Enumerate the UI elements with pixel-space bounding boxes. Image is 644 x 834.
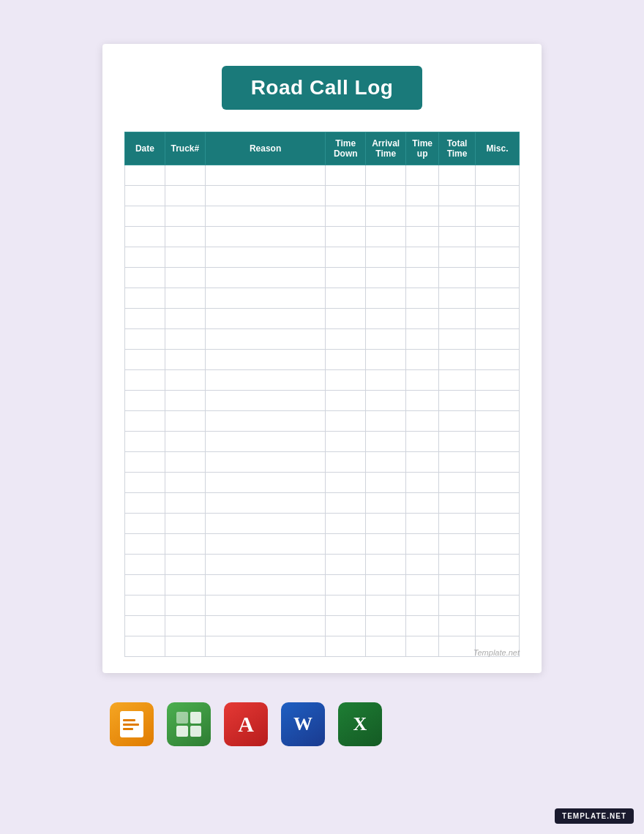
table-cell[interactable] [205, 493, 325, 514]
table-cell[interactable] [205, 186, 325, 206]
table-cell[interactable] [205, 514, 325, 534]
table-cell[interactable] [439, 616, 476, 636]
table-cell[interactable] [165, 452, 205, 473]
table-cell[interactable] [165, 268, 205, 288]
table-cell[interactable] [125, 636, 165, 657]
table-cell[interactable] [439, 432, 476, 452]
table-cell[interactable] [205, 596, 325, 616]
table-cell[interactable] [366, 309, 406, 329]
table-cell[interactable] [326, 452, 366, 473]
table-cell[interactable] [205, 350, 325, 370]
table-cell[interactable] [125, 350, 165, 370]
table-cell[interactable] [326, 596, 366, 616]
table-cell[interactable] [326, 636, 366, 657]
table-cell[interactable] [366, 452, 406, 473]
table-cell[interactable] [165, 329, 205, 350]
table-cell[interactable] [205, 636, 325, 657]
table-cell[interactable] [205, 432, 325, 452]
table-cell[interactable] [406, 616, 439, 636]
table-cell[interactable] [165, 227, 205, 247]
table-cell[interactable] [326, 473, 366, 493]
table-cell[interactable] [326, 186, 366, 206]
table-cell[interactable] [439, 288, 476, 309]
table-cell[interactable] [165, 575, 205, 596]
table-cell[interactable] [165, 473, 205, 493]
table-cell[interactable] [439, 452, 476, 473]
table-cell[interactable] [476, 288, 520, 309]
table-cell[interactable] [439, 391, 476, 411]
table-cell[interactable] [476, 452, 520, 473]
table-cell[interactable] [205, 268, 325, 288]
table-cell[interactable] [406, 288, 439, 309]
table-cell[interactable] [406, 596, 439, 616]
table-cell[interactable] [366, 493, 406, 514]
table-cell[interactable] [125, 616, 165, 636]
table-cell[interactable] [205, 329, 325, 350]
app-icon-word[interactable]: W [281, 702, 325, 746]
table-cell[interactable] [165, 247, 205, 268]
table-cell[interactable] [326, 534, 366, 555]
table-cell[interactable] [476, 534, 520, 555]
table-cell[interactable] [165, 370, 205, 391]
table-cell[interactable] [366, 288, 406, 309]
table-cell[interactable] [125, 452, 165, 473]
table-cell[interactable] [439, 186, 476, 206]
table-cell[interactable] [326, 391, 366, 411]
table-cell[interactable] [476, 165, 520, 186]
table-cell[interactable] [476, 411, 520, 432]
table-cell[interactable] [326, 350, 366, 370]
table-cell[interactable] [366, 473, 406, 493]
table-cell[interactable] [406, 473, 439, 493]
table-cell[interactable] [439, 473, 476, 493]
table-cell[interactable] [205, 555, 325, 575]
table-cell[interactable] [406, 534, 439, 555]
table-cell[interactable] [125, 227, 165, 247]
table-cell[interactable] [366, 329, 406, 350]
table-cell[interactable] [439, 596, 476, 616]
table-cell[interactable] [476, 247, 520, 268]
table-cell[interactable] [125, 186, 165, 206]
table-cell[interactable] [366, 227, 406, 247]
table-cell[interactable] [326, 227, 366, 247]
table-cell[interactable] [439, 636, 476, 657]
table-cell[interactable] [205, 616, 325, 636]
table-cell[interactable] [366, 370, 406, 391]
table-cell[interactable] [439, 165, 476, 186]
table-cell[interactable] [326, 411, 366, 432]
table-cell[interactable] [125, 288, 165, 309]
table-cell[interactable] [165, 411, 205, 432]
table-cell[interactable] [125, 534, 165, 555]
table-cell[interactable] [366, 411, 406, 432]
table-cell[interactable] [476, 514, 520, 534]
table-cell[interactable] [125, 309, 165, 329]
table-cell[interactable] [439, 555, 476, 575]
table-cell[interactable] [406, 432, 439, 452]
table-cell[interactable] [476, 432, 520, 452]
table-cell[interactable] [406, 329, 439, 350]
table-cell[interactable] [406, 493, 439, 514]
table-cell[interactable] [205, 575, 325, 596]
table-cell[interactable] [366, 575, 406, 596]
table-cell[interactable] [165, 432, 205, 452]
table-cell[interactable] [326, 309, 366, 329]
table-cell[interactable] [125, 329, 165, 350]
table-cell[interactable] [366, 596, 406, 616]
table-cell[interactable] [205, 309, 325, 329]
table-cell[interactable] [406, 186, 439, 206]
table-cell[interactable] [439, 206, 476, 227]
table-cell[interactable] [125, 391, 165, 411]
table-cell[interactable] [165, 596, 205, 616]
table-cell[interactable] [366, 247, 406, 268]
table-cell[interactable] [165, 555, 205, 575]
table-cell[interactable] [125, 411, 165, 432]
table-cell[interactable] [366, 186, 406, 206]
table-cell[interactable] [165, 391, 205, 411]
table-cell[interactable] [125, 555, 165, 575]
table-cell[interactable] [366, 432, 406, 452]
table-cell[interactable] [366, 636, 406, 657]
table-cell[interactable] [406, 636, 439, 657]
table-cell[interactable] [406, 227, 439, 247]
table-cell[interactable] [439, 268, 476, 288]
table-cell[interactable] [326, 493, 366, 514]
table-cell[interactable] [439, 411, 476, 432]
